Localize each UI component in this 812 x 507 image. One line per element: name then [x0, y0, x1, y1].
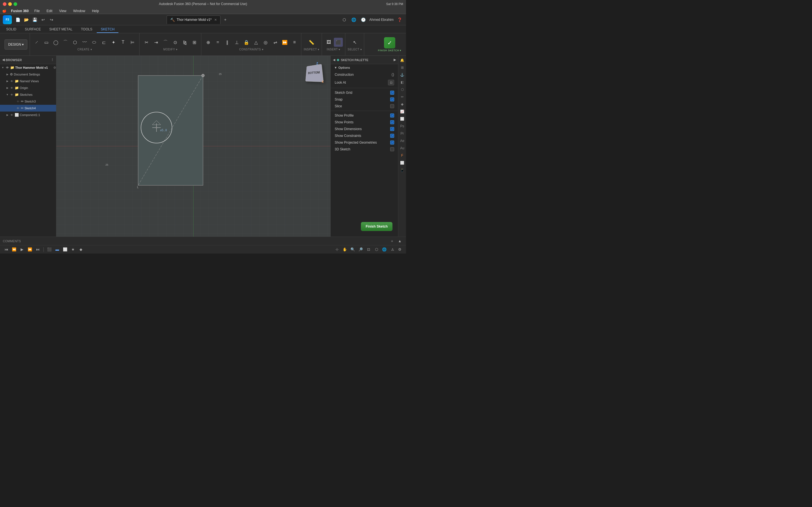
tree-doc-settings[interactable]: ▶ ⚙ Document Settings: [0, 71, 56, 78]
ri-phone[interactable]: 📱: [399, 167, 406, 173]
sym-btn[interactable]: ⇌: [271, 38, 280, 47]
show-projected-checkbox[interactable]: ✓: [390, 140, 394, 145]
viewcube[interactable]: BOTTOM Z X: [302, 61, 325, 84]
scissors-tool-btn[interactable]: ✂: [142, 38, 151, 47]
minimize-btn[interactable]: [8, 2, 12, 6]
sketch-grid-row[interactable]: Sketch Grid ✓: [331, 89, 398, 96]
redo-btn[interactable]: ↪: [48, 16, 55, 23]
show-dimensions-checkbox[interactable]: ✓: [390, 127, 394, 131]
show-profile-row[interactable]: Show Profile ✓: [331, 112, 398, 119]
next-btn[interactable]: ⏩: [27, 246, 33, 253]
tree-named-views[interactable]: ▶ 👁 📁 Named Views: [0, 78, 56, 84]
ri-chart[interactable]: 📈: [399, 108, 406, 115]
options-arrow[interactable]: ▼: [334, 66, 337, 69]
root-action-icon[interactable]: ⚙: [53, 66, 56, 69]
collinear-btn[interactable]: =: [213, 38, 222, 47]
slot-tool-btn[interactable]: ⊏: [99, 38, 108, 47]
display-mode-btn[interactable]: ⊡: [365, 246, 372, 253]
text-tool-btn[interactable]: T: [118, 38, 128, 47]
tab-sheet-metal[interactable]: SHEET METAL: [45, 26, 77, 33]
tab-solid[interactable]: SOLID: [2, 26, 20, 33]
palette-expand-right[interactable]: ▶: [394, 58, 396, 62]
show-points-checkbox[interactable]: ✓: [390, 120, 394, 124]
palette-expand-left[interactable]: ◀: [333, 58, 335, 61]
perp-btn[interactable]: ⊥: [232, 38, 241, 47]
rect-tool-btn[interactable]: ▭: [42, 38, 51, 47]
snap-row[interactable]: Snap ✓: [331, 96, 398, 103]
open-btn[interactable]: 📂: [22, 16, 30, 23]
browser-settings-btn[interactable]: ⋮: [51, 58, 54, 62]
tree-sketch4[interactable]: ▶ 👁 ✏ Sketch4: [0, 105, 56, 112]
ri-photoshop[interactable]: Ps: [399, 123, 406, 129]
settings-btn[interactable]: ⚙: [396, 246, 403, 253]
3d-sketch-row[interactable]: 3D Sketch: [331, 146, 398, 153]
show-projected-row[interactable]: Show Projected Geometries ✓: [331, 139, 398, 146]
slice-row[interactable]: Slice: [331, 103, 398, 110]
menu-window[interactable]: Window: [72, 8, 87, 13]
maximize-btn[interactable]: [13, 2, 17, 6]
timeline-square-btn[interactable]: ⬛: [46, 246, 53, 253]
snap-checkbox[interactable]: ✓: [390, 98, 394, 101]
construction-row[interactable]: Construction ⟨⟩: [331, 71, 398, 78]
arc-tool-btn[interactable]: ⌒: [61, 38, 70, 47]
online-btn[interactable]: 🌐: [350, 16, 357, 23]
timeline-star-btn[interactable]: ★: [70, 246, 77, 253]
select-btn[interactable]: ↖: [350, 38, 359, 47]
orbit-btn[interactable]: ✋: [342, 246, 348, 253]
fillet-tool-btn[interactable]: ⌒: [161, 38, 170, 47]
close-tab-icon[interactable]: ✕: [214, 18, 217, 22]
insert-dxf-btn[interactable]: ⬛: [334, 38, 343, 47]
horiz-btn[interactable]: ⏩: [280, 38, 289, 47]
finish-sketch-btn[interactable]: Finish Sketch: [361, 222, 393, 231]
tree-origin[interactable]: ▶ 👁 📁 Origin: [0, 84, 56, 91]
new-tab-btn[interactable]: ＋: [221, 16, 229, 23]
save-btn[interactable]: 💾: [31, 16, 38, 23]
canvas-area[interactable]: ⌀5.0 L 25 25 BOTTOM Z X: [56, 56, 331, 237]
ri-f[interactable]: F: [399, 152, 406, 159]
grid-view-btn[interactable]: ⊹: [334, 246, 340, 253]
ri-au[interactable]: Au: [399, 145, 406, 152]
origin-eye[interactable]: 👁: [10, 87, 13, 90]
tab-tools[interactable]: TOOLS: [77, 26, 96, 33]
show-profile-checkbox[interactable]: ✓: [390, 114, 394, 117]
line-tool-btn[interactable]: ⟋: [32, 38, 41, 47]
comments-add-btn[interactable]: ＋: [389, 238, 395, 244]
dim-tool-btn[interactable]: ⊨: [128, 38, 137, 47]
tangent-btn[interactable]: △: [252, 38, 260, 47]
mirror-tool-btn[interactable]: ⧎: [180, 38, 189, 47]
look-at-btn[interactable]: ⊡: [388, 80, 394, 86]
ri-premiere[interactable]: Pr: [399, 130, 406, 137]
ri-shape[interactable]: ⬡: [399, 86, 406, 93]
timeline-diamond-btn[interactable]: ◆: [78, 246, 84, 253]
comments-expand-btn[interactable]: ▲: [396, 238, 403, 244]
design-dropdown-btn[interactable]: DESIGN ▾: [4, 40, 28, 50]
tree-sketches[interactable]: ▼ 👁 📁 Sketches: [0, 91, 56, 98]
finish-sketch-icon[interactable]: ✓: [384, 37, 395, 48]
ri-pen[interactable]: ✏: [399, 94, 406, 100]
show-constraints-row[interactable]: Show Constraints ✓: [331, 132, 398, 139]
offset-tool-btn[interactable]: ⊙: [170, 38, 180, 47]
polygon-tool-btn[interactable]: ⬡: [70, 38, 80, 47]
point-tool-btn[interactable]: ✦: [109, 38, 118, 47]
user-name[interactable]: Ahmed Ebrahim: [369, 18, 394, 22]
tab-surface[interactable]: SURFACE: [21, 26, 45, 33]
ellipse-tool-btn[interactable]: ⬭: [90, 38, 99, 47]
zoom-out-btn[interactable]: 🔎: [357, 246, 364, 253]
ri-anchor[interactable]: ⚓: [399, 71, 406, 78]
lock-btn[interactable]: 🔒: [242, 38, 251, 47]
timeline-rect-btn[interactable]: ▬: [54, 246, 61, 253]
sketch-grid-checkbox[interactable]: ✓: [390, 91, 394, 95]
tab-sketch[interactable]: SKETCH: [97, 26, 118, 33]
zoom-fit-btn[interactable]: 🔍: [349, 246, 356, 253]
pattern-tool-btn[interactable]: ⊞: [190, 38, 199, 47]
sketch4-eye[interactable]: 👁: [17, 107, 19, 110]
component-eye[interactable]: 👁: [10, 114, 13, 117]
menu-edit[interactable]: Edit: [45, 8, 54, 13]
ri-filter[interactable]: ⬜: [399, 115, 406, 122]
help-btn[interactable]: ❓: [396, 16, 403, 23]
ri-box[interactable]: ⬜: [399, 159, 406, 166]
tree-component[interactable]: ▶ 👁 ⬜ Component1:1: [0, 112, 56, 118]
spline-tool-btn[interactable]: 〰: [80, 38, 89, 47]
menu-view[interactable]: View: [58, 8, 68, 13]
ri-ae[interactable]: Ae: [399, 137, 406, 144]
